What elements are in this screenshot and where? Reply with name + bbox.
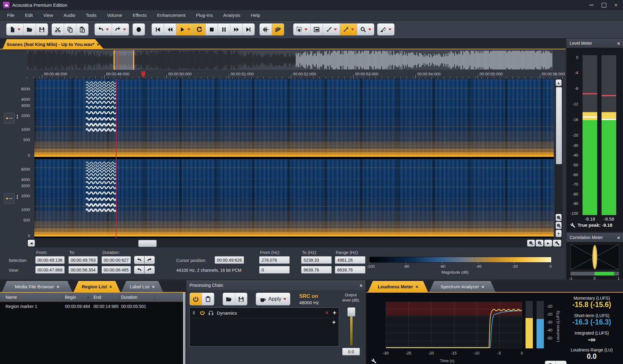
- horizontal-scroll-thumb[interactable]: [138, 240, 157, 247]
- h-zoom-in-button[interactable]: [527, 240, 535, 247]
- add-plugin-below-icon[interactable]: +: [332, 319, 336, 326]
- spectrogram-settings-button[interactable]: [553, 240, 561, 247]
- menu-enhancement[interactable]: Enhancement: [152, 13, 191, 18]
- view-from-field[interactable]: 00:00:47:868: [35, 266, 65, 274]
- range-hz-field[interactable]: 4961.26: [335, 256, 365, 264]
- rewind-button[interactable]: [164, 24, 176, 35]
- new-file-button[interactable]: [6, 24, 24, 35]
- column-duration[interactable]: Duration: [119, 295, 155, 300]
- cut-button[interactable]: [52, 24, 64, 35]
- chain-paste-button[interactable]: [202, 293, 214, 305]
- menu-effects[interactable]: Effects: [128, 13, 152, 18]
- to-hz-full-field[interactable]: 8639.76: [301, 266, 332, 274]
- image-tool-button[interactable]: [311, 24, 323, 35]
- menu-analysis[interactable]: Analysis: [218, 13, 246, 18]
- go-to-start-button[interactable]: [152, 24, 164, 35]
- processing-chain-close-icon[interactable]: ×: [360, 283, 362, 288]
- view-undo-button[interactable]: [134, 266, 144, 274]
- tab-region-list[interactable]: Region List×: [74, 281, 120, 292]
- dropdown-caret[interactable]: [17, 28, 21, 31]
- apply-button[interactable]: Apply: [256, 293, 290, 305]
- drag-handle-icon[interactable]: [192, 311, 197, 315]
- go-to-end-button[interactable]: [243, 24, 254, 35]
- dropdown-caret[interactable]: [351, 28, 354, 31]
- waveform-view-button[interactable]: [260, 24, 272, 35]
- scroll-right-small-button[interactable]: ▶: [544, 240, 552, 247]
- tab-loudness-meter[interactable]: Loudness Meter×: [368, 281, 428, 292]
- table-row[interactable]: Region marker 1 00:00:09:484 00:00:14:98…: [0, 302, 183, 311]
- view-duration-field[interactable]: 00:00:08:485: [101, 266, 131, 274]
- scroll-left-button[interactable]: ◀: [28, 240, 35, 247]
- to-hz-field[interactable]: 5239.33: [301, 256, 332, 264]
- remove-plugin-icon[interactable]: ×: [325, 310, 329, 316]
- selection-undo-button[interactable]: [134, 256, 144, 264]
- menu-volume[interactable]: Volume: [102, 13, 128, 18]
- maximize-icon[interactable]: [602, 3, 606, 8]
- close-icon[interactable]: ×: [614, 2, 617, 8]
- loop-playback-button[interactable]: [193, 24, 206, 35]
- tab-media-file-browser[interactable]: Media File Browser×: [2, 281, 72, 292]
- dropdown-caret[interactable]: [304, 28, 308, 31]
- menu-audio[interactable]: Audio: [58, 13, 80, 18]
- selection-duration-field[interactable]: 00:00:00:627: [101, 256, 131, 264]
- left-channel-selector[interactable]: [4, 113, 15, 124]
- menu-edit[interactable]: Edit: [20, 13, 38, 18]
- play-button[interactable]: [176, 24, 193, 35]
- vertical-scrollbar[interactable]: ▲ ▼: [555, 79, 562, 238]
- dropdown-caret[interactable]: [334, 28, 337, 31]
- column-begin[interactable]: Begin▲: [63, 295, 91, 300]
- spectrogram-view-button[interactable]: [272, 24, 284, 35]
- vertical-scroll-thumb[interactable]: [556, 87, 562, 164]
- menu-plugins[interactable]: Plug-Ins: [191, 13, 218, 18]
- dropdown-caret[interactable]: [187, 28, 190, 31]
- correlation-meter-close-icon[interactable]: ×: [617, 235, 620, 240]
- tab-close-icon[interactable]: ×: [415, 284, 418, 289]
- save-button[interactable]: [36, 24, 48, 35]
- spectrogram-channel-left[interactable]: [34, 79, 554, 157]
- undo-button[interactable]: [95, 24, 112, 35]
- horizontal-scrollbar[interactable]: ◀ ▶: [27, 239, 562, 247]
- fast-forward-button[interactable]: [230, 24, 243, 35]
- pause-button[interactable]: [218, 24, 230, 35]
- tab-close-icon[interactable]: ×: [109, 284, 112, 289]
- output-fader[interactable]: [347, 307, 355, 346]
- right-channel-selector[interactable]: [4, 193, 15, 204]
- file-tab[interactable]: Svanes (feat King Milo) - Up to You.wav*…: [2, 39, 104, 49]
- spectrogram-channel-right[interactable]: [34, 159, 554, 237]
- loudness-pause-button[interactable]: [556, 361, 566, 364]
- selection-to-field[interactable]: 00:00:49:763: [68, 256, 98, 264]
- redo-button[interactable]: [112, 24, 129, 35]
- from-hz-field[interactable]: 278.076: [259, 256, 290, 264]
- scroll-up-button[interactable]: ▲: [556, 79, 562, 86]
- right-channel-spinner[interactable]: ▲▼: [16, 194, 19, 200]
- paste-button[interactable]: [76, 24, 88, 35]
- column-end[interactable]: End: [91, 295, 119, 300]
- view-redo-button[interactable]: [144, 266, 155, 274]
- view-to-field[interactable]: 00:00:56:354: [68, 266, 98, 274]
- fader-handle[interactable]: [347, 307, 355, 317]
- chain-open-button[interactable]: [223, 293, 235, 305]
- range-hz-full-field[interactable]: 8639.76: [335, 266, 365, 274]
- waveform-overview[interactable]: [27, 50, 553, 70]
- chain-save-button[interactable]: [235, 293, 247, 305]
- menu-file[interactable]: File: [2, 13, 20, 18]
- tab-spectrum-analyzer[interactable]: Spectrum Analyzer×: [429, 281, 495, 292]
- chain-power-button[interactable]: [190, 293, 202, 305]
- dropdown-caret[interactable]: [283, 298, 286, 300]
- output-level-field[interactable]: 0.0: [342, 348, 360, 355]
- tab-close-icon[interactable]: ×: [57, 284, 59, 289]
- level-meter-settings-button[interactable]: [569, 222, 576, 229]
- stop-button[interactable]: [206, 24, 218, 35]
- magic-wand-tool-button[interactable]: [340, 24, 357, 35]
- copy-button[interactable]: [64, 24, 76, 35]
- open-file-button[interactable]: [24, 24, 36, 35]
- menu-help[interactable]: Help: [246, 13, 266, 18]
- add-plugin-icon[interactable]: +: [333, 309, 336, 317]
- zoom-tool-button[interactable]: [357, 24, 374, 35]
- vertical-zoom-out-button[interactable]: [556, 222, 562, 229]
- tab-close-icon[interactable]: ×: [482, 284, 484, 289]
- tab-label-list[interactable]: Label List×: [121, 281, 163, 292]
- selection-tool-button[interactable]: [293, 24, 311, 35]
- time-ruler[interactable]: 00:00:48:000 00:00:49:000 00:00:50:000 0…: [27, 70, 566, 79]
- retouch-tool-button[interactable]: [377, 24, 394, 35]
